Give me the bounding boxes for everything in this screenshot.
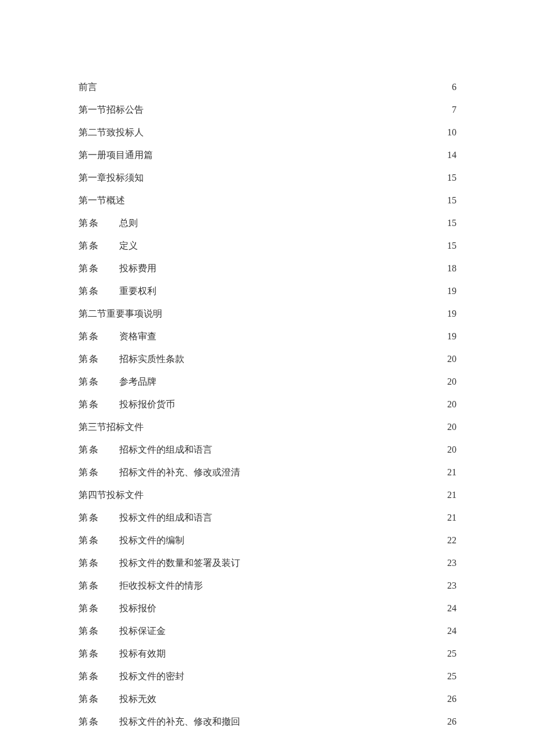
toc-row: 第条招标文件的补充、修改或澄清21 — [79, 467, 456, 479]
toc-entry-label: 第条参考品牌 — [79, 376, 156, 388]
toc-row: 第条投标文件的密封25 — [79, 671, 456, 683]
toc-entry-text: 第二节重要事项说明 — [79, 309, 162, 318]
toc-entry-text: 拒收投标文件的情形 — [119, 581, 203, 590]
toc-entry-text: 招标文件的组成和语言 — [119, 445, 212, 454]
toc-entry-prefix: 第条 — [79, 444, 119, 456]
toc-entry-text: 第四节投标文件 — [79, 490, 144, 500]
toc-entry-label: 第条投标文件的补充、修改和撤回 — [79, 716, 240, 728]
toc-page-number: 26 — [444, 716, 456, 727]
toc-row: 第条总则15 — [79, 217, 456, 230]
toc-entry-label: 第一节概述 — [79, 195, 125, 207]
toc-page-number: 6 — [444, 82, 456, 92]
toc-page-number: 24 — [444, 603, 456, 614]
toc-entry-text: 参考品牌 — [119, 377, 156, 386]
toc-entry-label: 第条投标文件的组成和语言 — [79, 512, 212, 524]
toc-entry-text: 总则 — [119, 218, 138, 228]
toc-entry-label: 第条投标保证金 — [79, 625, 166, 637]
toc-entry-label: 第条重要权利 — [79, 285, 156, 298]
toc-entry-label: 第三节招标文件 — [79, 421, 144, 433]
toc-page-number: 22 — [444, 535, 456, 546]
toc-page-number: 23 — [444, 558, 456, 568]
toc-page-number: 21 — [444, 467, 456, 478]
toc-entry-prefix: 第条 — [79, 603, 119, 615]
toc-entry-text: 投标费用 — [119, 263, 156, 273]
toc-row: 第条参考品牌20 — [79, 376, 456, 388]
toc-entry-label: 第条投标文件的密封 — [79, 671, 184, 683]
toc-page-number: 20 — [444, 354, 456, 364]
toc-row: 第条投标有效期25 — [79, 648, 456, 660]
toc-entry-label: 第条投标费用 — [79, 263, 156, 275]
toc-entry-prefix: 第条 — [79, 535, 119, 547]
toc-row: 第条资格审查19 — [79, 331, 456, 343]
toc-entry-prefix: 第条 — [79, 240, 119, 252]
toc-entry-prefix: 第条 — [79, 512, 119, 524]
toc-page-number: 20 — [444, 377, 456, 387]
toc-page-number: 21 — [444, 513, 456, 523]
toc-row: 第条投标费用18 — [79, 263, 456, 275]
toc-page-number: 21 — [444, 490, 456, 500]
toc-row: 第条投标文件的数量和签署及装订23 — [79, 557, 456, 569]
toc-entry-prefix: 第条 — [79, 376, 119, 388]
toc-page-number: 15 — [444, 195, 456, 206]
toc-entry-prefix: 第条 — [79, 217, 119, 230]
toc-entry-text: 投标文件的数量和签署及装订 — [119, 558, 240, 568]
toc-entry-text: 资格审查 — [119, 331, 156, 341]
toc-entry-text: 招标实质性条款 — [119, 354, 184, 364]
toc-page-number: 7 — [444, 105, 456, 115]
toc-row: 第条拒收投标文件的情形23 — [79, 580, 456, 592]
toc-entry-prefix: 第条 — [79, 693, 119, 705]
toc-entry-prefix: 第条 — [79, 263, 119, 275]
toc-entry-label: 第条投标报价 — [79, 603, 156, 615]
toc-page-number: 20 — [444, 399, 456, 410]
toc-entry-label: 第条投标文件的数量和签署及装订 — [79, 557, 240, 569]
toc-entry-text: 投标文件的编制 — [119, 535, 184, 545]
toc-entry-prefix: 第条 — [79, 648, 119, 660]
toc-row: 第条投标报价货币20 — [79, 399, 456, 411]
toc-entry-text: 第一册项目通用篇 — [79, 150, 153, 160]
toc-entry-text: 投标报价货币 — [119, 399, 175, 409]
toc-row: 第三节招标文件20 — [79, 421, 456, 433]
toc-entry-prefix: 第条 — [79, 580, 119, 592]
toc-entry-label: 第一册项目通用篇 — [79, 149, 153, 162]
toc-page-number: 15 — [444, 241, 456, 251]
toc-entry-prefix: 第条 — [79, 331, 119, 343]
toc-row: 第条投标文件的补充、修改和撤回26 — [79, 716, 456, 728]
toc-entry-text: 投标文件的组成和语言 — [119, 513, 212, 522]
toc-entry-label: 第条招标文件的组成和语言 — [79, 444, 212, 456]
toc-page-number: 24 — [444, 626, 456, 636]
toc-row: 第条投标保证金24 — [79, 625, 456, 637]
toc-entry-text: 第一节概述 — [79, 195, 125, 205]
toc-entry-label: 第条总则 — [79, 217, 138, 230]
toc-row: 第四节投标文件21 — [79, 489, 456, 501]
toc-entry-label: 前言 — [79, 81, 97, 94]
toc-page-number: 20 — [444, 422, 456, 432]
toc-row: 第条投标无效26 — [79, 693, 456, 705]
toc-entry-prefix: 第条 — [79, 467, 119, 479]
toc-entry-text: 投标文件的补充、修改和撤回 — [119, 716, 240, 726]
toc-entry-text: 前言 — [79, 82, 97, 92]
toc-entry-label: 第二节重要事项说明 — [79, 308, 162, 320]
toc-row: 第条定义15 — [79, 240, 456, 252]
toc-entry-text: 投标报价 — [119, 603, 156, 613]
toc-row: 第二节致投标人10 — [79, 127, 456, 139]
toc-entry-text: 定义 — [119, 241, 138, 250]
toc-entry-label: 第四节投标文件 — [79, 489, 144, 501]
toc-row: 第条投标报价24 — [79, 603, 456, 615]
table-of-contents: 前言6第一节招标公告7第二节致投标人10第一册项目通用篇14第一章投标须知15第… — [79, 81, 456, 728]
toc-entry-text: 投标有效期 — [119, 648, 166, 658]
toc-entry-prefix: 第条 — [79, 671, 119, 683]
toc-entry-text: 招标文件的补充、修改或澄清 — [119, 467, 240, 477]
toc-row: 第二节重要事项说明19 — [79, 308, 456, 320]
toc-entry-text: 投标保证金 — [119, 626, 166, 636]
toc-page-number: 15 — [444, 173, 456, 183]
toc-page-number: 14 — [444, 150, 456, 160]
toc-entry-prefix: 第条 — [79, 625, 119, 637]
toc-row: 第条投标文件的编制22 — [79, 535, 456, 547]
toc-entry-prefix: 第条 — [79, 557, 119, 569]
toc-page-number: 18 — [444, 263, 456, 274]
toc-entry-label: 第条定义 — [79, 240, 138, 252]
toc-entry-prefix: 第条 — [79, 353, 119, 366]
toc-entry-label: 第一节招标公告 — [79, 104, 144, 116]
toc-entry-label: 第条招标文件的补充、修改或澄清 — [79, 467, 240, 479]
toc-entry-label: 第一章投标须知 — [79, 172, 144, 184]
